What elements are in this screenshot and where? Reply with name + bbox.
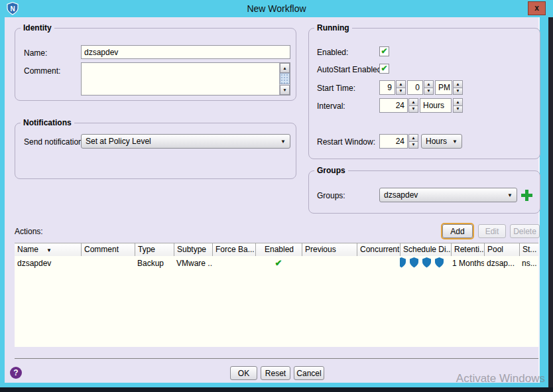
- scroll-up-icon[interactable]: ▲: [280, 63, 290, 73]
- column-header-pool[interactable]: Pool: [484, 243, 519, 256]
- cell-subtype: VMware ...: [174, 256, 212, 271]
- check-icon: ✔: [381, 46, 387, 56]
- groups-dropdown[interactable]: dzsapdev ▼: [379, 188, 517, 202]
- start-hour-field[interactable]: 9: [379, 80, 395, 95]
- start-hour-stepper[interactable]: ▲ ▼: [396, 80, 406, 95]
- spin-down-icon[interactable]: ▼: [408, 142, 418, 149]
- column-header-name[interactable]: Name▼: [15, 243, 81, 256]
- column-header-force-backup[interactable]: Force Ba...: [212, 243, 255, 256]
- cell-previous: [302, 256, 357, 271]
- chevron-down-icon: ▼: [452, 139, 458, 145]
- spin-down-icon[interactable]: ▼: [453, 88, 463, 96]
- reset-button[interactable]: Reset: [261, 366, 290, 380]
- running-legend: Running: [314, 23, 352, 33]
- shield-icon: [435, 257, 444, 268]
- ok-button[interactable]: OK: [230, 366, 257, 380]
- interval-label: Interval:: [317, 101, 345, 111]
- delete-action-button[interactable]: Delete: [510, 224, 540, 238]
- restart-value-field[interactable]: 24: [379, 134, 408, 149]
- networker-logo-icon: N: [7, 2, 19, 15]
- chevron-down-icon: ▼: [507, 193, 513, 198]
- groups-legend: Groups: [314, 166, 348, 175]
- notifications-legend: Notifications: [21, 118, 74, 127]
- enabled-checkbox[interactable]: ✔: [379, 46, 389, 56]
- send-notification-label: Send notification:: [24, 137, 85, 147]
- name-label: Name:: [24, 48, 47, 58]
- column-header-type[interactable]: Type: [135, 243, 174, 256]
- column-header-retention[interactable]: Retenti...: [451, 243, 484, 256]
- column-header-enabled[interactable]: Enabled: [255, 243, 302, 256]
- schedule-shield-icons: [400, 257, 448, 269]
- plus-icon: [521, 194, 532, 197]
- footer-divider: [15, 358, 538, 359]
- title-bar[interactable]: New Workflow N x: [0, 0, 553, 17]
- dialog-title: New Workflow: [0, 0, 553, 17]
- check-icon: ✔: [381, 64, 387, 73]
- add-action-button[interactable]: Add: [442, 224, 473, 238]
- cell-comment: [81, 256, 135, 271]
- check-icon: ✔: [275, 258, 282, 268]
- spin-down-icon[interactable]: ▼: [424, 88, 434, 96]
- start-time-label: Start Time:: [317, 84, 355, 93]
- spin-down-icon[interactable]: ▼: [453, 106, 463, 113]
- interval-unit-stepper[interactable]: ▲ ▼: [453, 98, 463, 113]
- autostart-label: AutoStart Enabled:: [317, 65, 384, 74]
- column-header-concurrent[interactable]: Concurrent: [357, 243, 400, 256]
- cell-concurrent: [357, 256, 400, 271]
- autostart-checkbox[interactable]: ✔: [379, 64, 389, 74]
- shield-icon: [410, 257, 418, 268]
- table-row[interactable]: dzsapdev Backup VMware ... ✔: [15, 256, 538, 271]
- interval-unit-field[interactable]: Hours: [420, 98, 452, 113]
- send-notification-dropdown[interactable]: Set at Policy Level ▼: [81, 134, 290, 149]
- spin-up-icon[interactable]: ▲: [453, 80, 463, 88]
- spin-up-icon[interactable]: ▲: [408, 134, 418, 142]
- edit-action-button[interactable]: Edit: [478, 224, 506, 238]
- cell-pool: dzsap...: [484, 256, 519, 271]
- svg-text:N: N: [10, 5, 15, 13]
- restart-unit-dropdown[interactable]: Hours ▼: [421, 134, 462, 149]
- name-input[interactable]: [81, 45, 290, 59]
- cell-enabled: ✔: [255, 256, 302, 271]
- cell-start: ns...: [519, 256, 538, 271]
- comment-scrollbar[interactable]: ▲ ▼: [279, 63, 290, 95]
- help-button[interactable]: ?: [10, 367, 22, 379]
- spin-up-icon[interactable]: ▲: [453, 98, 463, 106]
- interval-value-field[interactable]: 24: [379, 98, 408, 113]
- cell-schedule: [400, 256, 451, 271]
- spin-up-icon[interactable]: ▲: [424, 80, 434, 88]
- actions-label: Actions:: [15, 227, 43, 236]
- spin-up-icon[interactable]: ▲: [396, 80, 406, 88]
- scroll-down-icon[interactable]: ▼: [280, 85, 290, 95]
- interval-stepper[interactable]: ▲ ▼: [408, 98, 418, 113]
- groups-value: dzsapdev: [384, 190, 418, 200]
- restart-window-label: Restart Window:: [317, 137, 375, 147]
- identity-legend: Identity: [21, 23, 54, 33]
- column-header-previous[interactable]: Previous: [302, 243, 357, 256]
- restart-unit-value: Hours: [426, 137, 447, 146]
- restart-stepper[interactable]: ▲ ▼: [408, 134, 418, 149]
- comment-label: Comment:: [24, 66, 60, 76]
- column-header-start[interactable]: St...: [519, 243, 538, 256]
- column-header-schedule[interactable]: Schedule Di...: [400, 243, 451, 256]
- cell-force-backup: [212, 256, 255, 271]
- spin-down-icon[interactable]: ▼: [408, 106, 418, 113]
- spin-up-icon[interactable]: ▲: [408, 98, 418, 106]
- scrollbar-thumb[interactable]: [280, 73, 290, 84]
- add-group-button[interactable]: [521, 190, 532, 201]
- spin-down-icon[interactable]: ▼: [396, 88, 406, 96]
- column-header-subtype[interactable]: Subtype: [174, 243, 212, 256]
- cell-name: dzsapdev: [15, 256, 81, 271]
- start-ampm-field[interactable]: PM: [435, 80, 452, 95]
- start-ampm-stepper[interactable]: ▲ ▼: [453, 80, 463, 95]
- cancel-button[interactable]: Cancel: [294, 366, 324, 380]
- sort-desc-icon: ▼: [46, 247, 52, 253]
- shield-icon: [422, 257, 431, 268]
- activate-windows-watermark: Activate Windows: [456, 372, 545, 385]
- start-minute-field[interactable]: 0: [407, 80, 423, 95]
- close-button[interactable]: x: [528, 1, 546, 15]
- column-header-comment[interactable]: Comment: [81, 243, 135, 256]
- start-minute-stepper[interactable]: ▲ ▼: [424, 80, 434, 95]
- desktop-edge: [548, 17, 553, 387]
- comment-textarea[interactable]: ▲ ▼: [81, 62, 290, 96]
- actions-table-header: Name▼ Comment Type Subtype Force Ba... E…: [15, 243, 538, 256]
